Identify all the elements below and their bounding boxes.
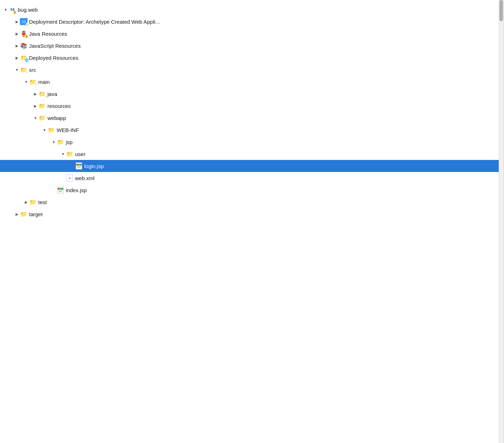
label-deployed-resources: Deployed Resources bbox=[29, 55, 78, 61]
icon-web-xml: X bbox=[66, 174, 74, 182]
label-web-xml: web.xml bbox=[75, 175, 94, 181]
tree-item-src[interactable]: 📁⚠src bbox=[0, 64, 504, 76]
icon-login-jsp: JSP bbox=[75, 162, 83, 170]
toggle-deployed-resources[interactable] bbox=[14, 55, 20, 61]
label-index-jsp: index.jsp bbox=[66, 187, 87, 193]
toggle-jsp[interactable] bbox=[51, 139, 57, 145]
icon-test: 📁 bbox=[29, 198, 37, 206]
label-webapp: webapp bbox=[47, 115, 66, 121]
scrollbar[interactable] bbox=[499, 0, 504, 443]
toggle-user[interactable] bbox=[60, 151, 66, 157]
label-login-jsp: login.jsp bbox=[84, 163, 104, 169]
tree-item-java-resources[interactable]: 🏺⚠️Java Resources bbox=[0, 28, 504, 40]
toggle-webapp[interactable] bbox=[33, 115, 38, 121]
icon-resources: 📁 bbox=[38, 102, 46, 110]
toggle-main[interactable] bbox=[23, 79, 29, 85]
icon-java: 📁⚠ bbox=[38, 90, 46, 98]
icon-user: 📁 bbox=[66, 150, 74, 158]
tree-item-java[interactable]: 📁⚠java bbox=[0, 88, 504, 100]
icon-web-inf: 📁 bbox=[47, 126, 55, 134]
tree-item-login-jsp[interactable]: JSP login.jsp bbox=[0, 160, 504, 172]
toggle-test[interactable] bbox=[23, 199, 29, 205]
toggle-src[interactable] bbox=[14, 67, 20, 73]
icon-index-jsp: JSP bbox=[57, 186, 64, 194]
toggle-target[interactable] bbox=[14, 211, 20, 217]
toggle-resources[interactable] bbox=[33, 103, 38, 109]
label-resources: resources bbox=[47, 103, 71, 109]
icon-main: 📁⚠ bbox=[29, 78, 37, 86]
label-bug-web: bug.web bbox=[18, 7, 38, 13]
label-deployment-descriptor: Deployment Descriptor: Archetype Created… bbox=[29, 19, 161, 25]
label-javascript-resources: JavaScript Resources bbox=[29, 43, 81, 49]
icon-javascript-resources: 📚 bbox=[20, 42, 28, 50]
tree-item-user[interactable]: 📁user bbox=[0, 148, 504, 160]
toggle-deployment-descriptor[interactable] bbox=[14, 19, 20, 24]
icon-deployed-resources: 📁🌐 bbox=[20, 54, 28, 62]
label-user: user bbox=[75, 151, 85, 157]
tree-item-test[interactable]: 📁test bbox=[0, 196, 504, 208]
tree-item-web-xml[interactable]: Xweb.xml bbox=[0, 172, 504, 184]
tree-item-bug-web[interactable]: M ⚠️ bug.web bbox=[0, 4, 504, 16]
tree-item-index-jsp[interactable]: JSP index.jsp bbox=[0, 184, 504, 196]
tree-item-webapp[interactable]: 📁webapp bbox=[0, 112, 504, 124]
toggle-java-resources[interactable] bbox=[14, 31, 20, 36]
project-tree: M ⚠️ bug.web2.3 ⚠ Deployment Descriptor:… bbox=[0, 0, 504, 443]
icon-jsp: 📁 bbox=[57, 138, 64, 146]
icon-src: 📁⚠ bbox=[20, 66, 28, 74]
icon-webapp: 📁 bbox=[38, 114, 46, 122]
tree-item-target[interactable]: 📁target bbox=[0, 208, 504, 220]
label-web-inf: WEB-INF bbox=[57, 127, 79, 133]
toggle-bug-web[interactable] bbox=[3, 7, 8, 12]
icon-deployment-descriptor: 2.3 ⚠ bbox=[20, 18, 28, 25]
tree-item-deployed-resources[interactable]: 📁🌐Deployed Resources bbox=[0, 52, 504, 64]
icon-java-resources: 🏺⚠️ bbox=[20, 30, 28, 38]
tree-item-main[interactable]: 📁⚠main bbox=[0, 76, 504, 88]
label-test: test bbox=[38, 199, 47, 205]
scrollbar-thumb[interactable] bbox=[499, 0, 503, 21]
label-java: java bbox=[47, 91, 57, 97]
toggle-java[interactable] bbox=[33, 91, 38, 97]
tree-item-jsp[interactable]: 📁jsp bbox=[0, 136, 504, 148]
icon-target: 📁 bbox=[20, 210, 28, 218]
icon-bug-web: M ⚠️ bbox=[8, 6, 16, 13]
tree-item-web-inf[interactable]: 📁WEB-INF bbox=[0, 124, 504, 136]
tree-item-deployment-descriptor[interactable]: 2.3 ⚠ Deployment Descriptor: Archetype C… bbox=[0, 16, 504, 28]
tree-item-javascript-resources[interactable]: 📚JavaScript Resources bbox=[0, 40, 504, 52]
toggle-javascript-resources[interactable] bbox=[14, 43, 20, 48]
label-target: target bbox=[29, 211, 42, 217]
toggle-web-inf[interactable] bbox=[42, 127, 47, 133]
label-java-resources: Java Resources bbox=[29, 31, 67, 37]
label-jsp: jsp bbox=[66, 139, 73, 145]
label-main: main bbox=[38, 79, 50, 85]
label-src: src bbox=[29, 67, 36, 73]
tree-item-resources[interactable]: 📁resources bbox=[0, 100, 504, 112]
